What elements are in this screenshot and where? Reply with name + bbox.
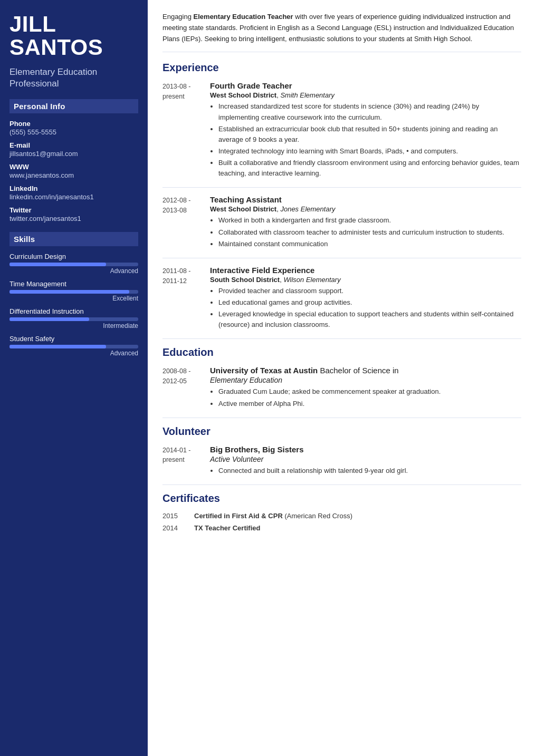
- skill-item: Curriculum Design Advanced: [9, 253, 138, 275]
- bullet-item: Integrated technology into learning with…: [218, 146, 521, 157]
- cert-year: 2015: [162, 512, 194, 520]
- exp-date: 2013-08 -present: [162, 81, 210, 180]
- skill-level: Intermediate: [9, 322, 138, 329]
- bullet-item: Maintained constant communication: [218, 239, 521, 249]
- sidebar: JILL SANTOS Elementary Education Profess…: [0, 0, 148, 756]
- certificate-item: 2014 TX Teacher Certified: [162, 524, 521, 532]
- skill-item: Time Management Excellent: [9, 280, 138, 302]
- skill-level: Excellent: [9, 295, 138, 302]
- twitter-label: Twitter: [9, 206, 138, 214]
- bullet-item: Leveraged knowledge in special education…: [218, 309, 521, 330]
- exp-title: Fourth Grade Teacher: [210, 81, 521, 90]
- www-label: WWW: [9, 163, 138, 171]
- bullet-item: Led educational games and group activiti…: [218, 297, 521, 308]
- personal-info-header: Personal Info: [9, 99, 138, 113]
- phone-value: (555) 555-5555: [9, 128, 138, 136]
- experience-title: Experience: [162, 62, 521, 75]
- certificates-list: 2015 Certified in First Aid & CPR (Ameri…: [162, 512, 521, 532]
- volunteer-title: Volunteer: [162, 425, 521, 439]
- skill-bar-fill: [9, 317, 89, 321]
- bullet-item: Built a collaborative and friendly class…: [218, 158, 521, 179]
- vol-subtitle: Active Volunteer: [210, 455, 521, 463]
- experience-item: 2013-08 -present Fourth Grade Teacher We…: [162, 81, 521, 180]
- exp-org: South School District, Wilson Elementary: [210, 276, 521, 284]
- edu-content: University of Texas at Austin Bachelor o…: [210, 366, 521, 410]
- skill-bar-fill: [9, 345, 106, 348]
- bullet-item: Established an extracurricular book club…: [218, 124, 521, 145]
- skill-name: Differentiated Instruction: [9, 307, 138, 315]
- phone-label: Phone: [9, 120, 138, 128]
- skills-header: Skills: [9, 232, 138, 246]
- exp-date: 2012-08 -2013-08: [162, 195, 210, 250]
- skill-item: Student Safety Advanced: [9, 335, 138, 357]
- volunteer-item: 2014-01 -present Big Brothers, Big Siste…: [162, 445, 521, 477]
- certificate-item: 2015 Certified in First Aid & CPR (Ameri…: [162, 512, 521, 520]
- linkedin-label: LinkedIn: [9, 185, 138, 192]
- bullet-item: Active member of Alpha Phi.: [218, 399, 521, 409]
- email-value: jillsantos1@gmail.com: [9, 150, 138, 158]
- experience-item: 2011-08 -2011-12 Interactive Field Exper…: [162, 266, 521, 332]
- candidate-name: JILL SANTOS: [9, 13, 138, 59]
- exp-bullets: Worked in both a kindergarten and first …: [218, 215, 521, 249]
- vol-bullets: Connected and built a relationship with …: [218, 466, 521, 476]
- candidate-subtitle: Elementary Education Professional: [9, 66, 138, 90]
- edu-bullets: Graduated Cum Laude; asked be commenceme…: [218, 386, 521, 409]
- linkedin-value: linkedin.com/in/janesantos1: [9, 193, 138, 201]
- skill-name: Time Management: [9, 280, 138, 288]
- bullet-item: Connected and built a relationship with …: [218, 466, 521, 476]
- vol-title: Big Brothers, Big Sisters: [210, 445, 521, 454]
- skill-bar-fill: [9, 290, 129, 294]
- skill-name: Student Safety: [9, 335, 138, 343]
- edu-date: 2008-08 -2012-05: [162, 366, 210, 410]
- cert-year: 2014: [162, 524, 194, 532]
- skill-bar-bg: [9, 263, 138, 266]
- vol-content: Big Brothers, Big Sisters Active Volunte…: [210, 445, 521, 477]
- education-title: Education: [162, 346, 521, 360]
- email-label: E-mail: [9, 141, 138, 149]
- volunteer-list: 2014-01 -present Big Brothers, Big Siste…: [162, 445, 521, 477]
- edu-italic: Elementary Education: [210, 376, 521, 384]
- exp-bullets: Provided teacher and classroom support.L…: [218, 286, 521, 331]
- skills-list: Curriculum Design Advanced Time Manageme…: [9, 253, 138, 357]
- experience-item: 2012-08 -2013-08 Teaching Assistant West…: [162, 195, 521, 250]
- bullet-item: Graduated Cum Laude; asked be commenceme…: [218, 386, 521, 397]
- vol-date: 2014-01 -present: [162, 445, 210, 477]
- www-value: www.janesantos.com: [9, 171, 138, 179]
- edu-degree: University of Texas at Austin Bachelor o…: [210, 366, 521, 375]
- skill-bar-bg: [9, 345, 138, 348]
- exp-content: Interactive Field Experience South Schoo…: [210, 266, 521, 332]
- skill-level: Advanced: [9, 350, 138, 357]
- cert-text: Certified in First Aid & CPR (American R…: [194, 512, 352, 520]
- main-content: Engaging Elementary Education Teacher wi…: [148, 0, 536, 756]
- skill-name: Curriculum Design: [9, 253, 138, 260]
- exp-bullets: Increased standardized test score for st…: [218, 101, 521, 179]
- exp-date: 2011-08 -2011-12: [162, 266, 210, 332]
- cert-text: TX Teacher Certified: [194, 524, 260, 532]
- education-item: 2008-08 -2012-05 University of Texas at …: [162, 366, 521, 410]
- exp-org: West School District, Jones Elementary: [210, 205, 521, 213]
- summary-text: Engaging Elementary Education Teacher wi…: [162, 12, 521, 52]
- bullet-item: Provided teacher and classroom support.: [218, 286, 521, 296]
- bullet-item: Collaborated with classroom teacher to a…: [218, 227, 521, 238]
- skill-level: Advanced: [9, 267, 138, 275]
- skill-item: Differentiated Instruction Intermediate: [9, 307, 138, 329]
- exp-title: Teaching Assistant: [210, 195, 521, 204]
- skill-bar-bg: [9, 290, 138, 294]
- exp-org: West School District, Smith Elementary: [210, 91, 521, 99]
- skill-bar-fill: [9, 263, 106, 266]
- twitter-value: twitter.com/janesantos1: [9, 215, 138, 222]
- experience-list: 2013-08 -present Fourth Grade Teacher We…: [162, 81, 521, 331]
- exp-title: Interactive Field Experience: [210, 266, 521, 275]
- bullet-item: Worked in both a kindergarten and first …: [218, 215, 521, 226]
- bullet-item: Increased standardized test score for st…: [218, 101, 521, 122]
- skill-bar-bg: [9, 317, 138, 321]
- exp-content: Teaching Assistant West School District,…: [210, 195, 521, 250]
- education-list: 2008-08 -2012-05 University of Texas at …: [162, 366, 521, 410]
- certificates-title: Certificates: [162, 492, 521, 506]
- exp-content: Fourth Grade Teacher West School Distric…: [210, 81, 521, 180]
